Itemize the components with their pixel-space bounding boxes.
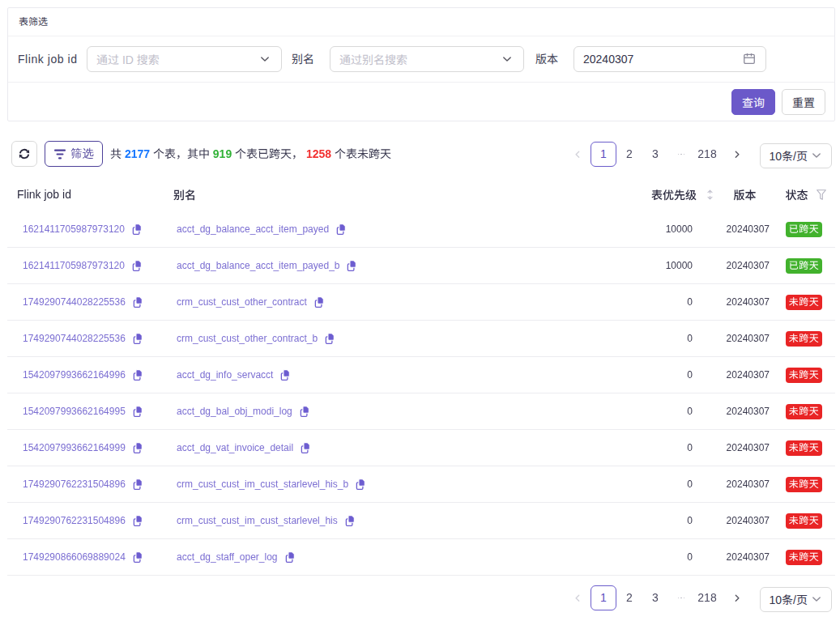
version-label: 版本 [535,46,558,72]
copy-icon[interactable] [285,551,295,563]
row-flink-job-id-link[interactable]: 1621411705987973120 [23,260,125,271]
copy-icon[interactable] [133,442,143,453]
row-version: 20240307 [714,223,776,235]
row-version: 20240307 [714,515,776,526]
pagination-ellipsis[interactable] [668,585,694,610]
version-date-input[interactable]: 20240307 [574,46,766,72]
row-flink-job-id-link[interactable]: 1749290866069889024 [23,551,126,563]
flink-job-id-select[interactable]: 通过 ID 搜索 [87,46,282,72]
copy-icon[interactable] [314,296,324,308]
copy-icon[interactable] [301,442,310,453]
row-flink-job-id-link[interactable]: 1749290744028225536 [23,296,126,308]
row-alias-link[interactable]: crm_cust_cust_other_contract [177,296,307,308]
row-id-cell: 1621411705987973120 [7,260,164,271]
copy-icon[interactable] [345,515,355,526]
pagination-page-2[interactable]: 2 [616,142,642,167]
status-badge: 已跨天 [786,258,822,274]
row-flink-job-id-link[interactable]: 1749290762231504896 [23,479,126,490]
sorter-icon[interactable] [707,189,713,200]
reset-button[interactable]: 重置 [782,89,825,115]
row-alias-link[interactable]: acct_dg_balance_acct_item_payed [177,223,329,235]
pagination-page-2[interactable]: 2 [616,585,642,610]
row-alias-link[interactable]: crm_cust_cust_other_contract_b [177,333,318,344]
copy-icon[interactable] [133,515,143,526]
pagination-next[interactable] [723,142,749,167]
chevron-left-icon [574,593,582,602]
row-alias-link[interactable]: acct_dg_bal_obj_modi_log [177,406,292,417]
filter-funnel-icon[interactable] [817,189,826,200]
row-status-cell: 未跨天 [776,331,835,347]
table-row: 1542097993662164996acct_dg_info_servacct… [7,357,835,393]
copy-icon[interactable] [132,260,142,271]
row-alias-link[interactable]: crm_cust_cust_im_cust_starlevel_his_b [177,479,348,490]
pagination-page-1-active[interactable]: 1 [591,585,616,610]
row-version: 20240307 [714,260,776,271]
copy-icon[interactable] [280,369,290,381]
pagination-page-3[interactable]: 3 [642,142,668,167]
chevron-down-icon [502,54,512,64]
copy-icon[interactable] [356,479,365,490]
copy-icon[interactable] [132,223,142,235]
copy-icon[interactable] [336,223,346,235]
copy-icon[interactable] [300,406,309,417]
row-alias-link[interactable]: acct_dg_vat_invoice_detail [177,442,293,453]
col-header-status-label: 状态 [786,186,808,202]
alias-select[interactable]: 通过别名搜索 [330,46,524,72]
row-flink-job-id-link[interactable]: 1749290762231504896 [23,515,126,526]
copy-icon[interactable] [133,296,143,308]
pagination-page-218[interactable]: 218 [694,142,720,167]
pagination-next[interactable] [723,585,749,610]
row-flink-job-id-link[interactable]: 1542097993662164999 [23,442,126,453]
row-alias-link[interactable]: acct_dg_staff_oper_log [177,551,278,563]
row-flink-job-id-link[interactable]: 1542097993662164996 [23,369,126,381]
row-alias-link[interactable]: acct_dg_info_servacct [177,369,273,381]
table-row: 1621411705987973120acct_dg_balance_acct_… [7,248,835,284]
row-flink-job-id-link[interactable]: 1542097993662164995 [23,406,126,417]
row-version: 20240307 [714,369,776,381]
row-flink-job-id-link[interactable]: 1621411705987973120 [23,223,125,235]
row-id-cell: 1749290762231504896 [7,479,164,490]
col-header-priority[interactable]: 表优先级 [640,186,714,202]
query-button[interactable]: 查询 [731,89,775,115]
row-status-cell: 未跨天 [776,477,835,492]
copy-icon[interactable] [133,333,143,344]
refresh-button[interactable] [11,141,37,167]
pagination-page-218[interactable]: 218 [694,585,720,610]
copy-icon[interactable] [347,260,356,271]
refresh-icon [18,147,31,160]
page-size-select[interactable]: 10条/页 [760,587,832,612]
row-alias-link[interactable]: crm_cust_cust_im_cust_starlevel_his [177,515,338,526]
row-version: 20240307 [714,296,776,308]
pagination-page-1-active[interactable]: 1 [591,142,616,167]
copy-icon[interactable] [133,479,143,490]
row-flink-job-id-link[interactable]: 1749290744028225536 [23,333,126,344]
row-alias-cell: crm_cust_cust_other_contract [164,296,640,308]
row-alias-link[interactable]: acct_dg_balance_acct_item_payed_b [177,260,339,271]
table-row: 1749290866069889024acct_dg_staff_oper_lo… [7,539,835,576]
status-badge: 未跨天 [786,440,822,456]
filter-lines-icon [54,149,66,160]
filter-toggle-button[interactable]: 筛选 [45,141,103,167]
row-alias-cell: acct_dg_info_servacct [164,369,640,381]
row-version: 20240307 [714,479,776,490]
summary-seg2: 个表已跨天， [232,147,306,160]
copy-icon[interactable] [325,333,335,344]
pagination-ellipsis[interactable] [668,142,694,167]
copy-icon[interactable] [133,551,143,563]
status-badge: 未跨天 [786,404,822,419]
copy-icon[interactable] [133,406,143,417]
row-id-cell: 1621411705987973120 [7,223,164,235]
row-alias-cell: acct_dg_balance_acct_item_payed [164,223,640,235]
flink-job-id-placeholder: 通过 ID 搜索 [96,51,260,67]
chevron-down-icon [812,594,821,604]
pagination-page-3[interactable]: 3 [642,585,668,610]
row-id-cell: 1542097993662164995 [7,406,164,417]
chevron-left-icon [574,150,582,159]
row-version: 20240307 [714,551,776,563]
copy-icon[interactable] [133,369,143,381]
row-status-cell: 已跨天 [776,222,835,237]
row-priority: 0 [640,515,714,526]
page-size-select[interactable]: 10条/页 [760,143,832,168]
ellipsis-dots [678,598,685,599]
row-priority: 0 [640,442,714,453]
